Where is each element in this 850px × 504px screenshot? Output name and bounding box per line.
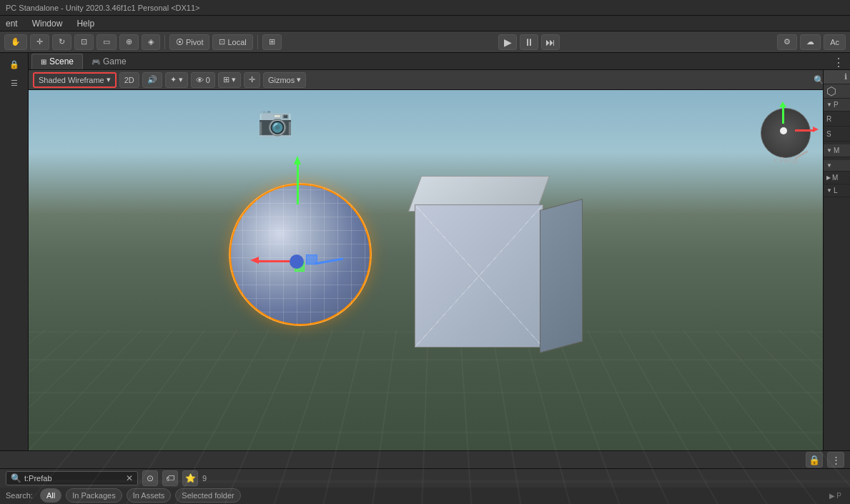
section-collapse-icon-3: ▼ <box>826 162 832 169</box>
info-icon[interactable]: ℹ <box>844 72 847 81</box>
bottom-panel: 🔒 ⋮ 🔍 ✕ ⊙ 🏷 ⭐ 9 Search: All In Packages <box>0 450 850 504</box>
filter-type-icon: ⭐ <box>185 473 196 483</box>
search-clear-button[interactable]: ✕ <box>126 473 133 483</box>
lock-button[interactable]: 🔒 <box>4 56 25 73</box>
sphere-mesh <box>229 183 372 326</box>
audio-button[interactable]: 🔊 <box>142 72 162 88</box>
scene-viewport[interactable]: 📷 <box>29 90 850 504</box>
tab-scene[interactable]: ⊞ Scene <box>31 54 83 69</box>
grid-button[interactable]: ⊞ <box>262 34 282 50</box>
expand-icon-2: ▼ <box>826 187 832 194</box>
inspector-section-m2-label: M <box>832 174 838 182</box>
2d-button[interactable]: 2D <box>119 72 139 88</box>
gizmos-button[interactable]: ✛ <box>244 72 260 88</box>
gizmo-square-x <box>306 255 317 265</box>
effects-dropdown-icon: ▾ <box>179 75 183 84</box>
lock-icon: 🔒 <box>809 455 820 465</box>
section-collapse-icon: ▼ <box>826 102 832 108</box>
pause-button[interactable]: ⏸ <box>520 34 538 50</box>
filter-all-icon-button[interactable]: ⊙ <box>142 470 158 486</box>
cube-face-side <box>540 199 583 353</box>
rotate-tool-button[interactable]: ↻ <box>52 34 71 50</box>
hidden-objects-button[interactable]: 👁 0 <box>191 72 215 88</box>
panel-label-clipped: ▶ P <box>829 492 841 500</box>
gizmo-y-axis <box>297 162 299 204</box>
filter-all-icon: ⊙ <box>147 473 154 483</box>
persp-label: < Persp <box>757 157 814 164</box>
hidden-eye-icon: 👁 <box>196 76 204 84</box>
orientation-gizmo[interactable]: < Persp <box>757 104 814 162</box>
tab-game[interactable]: 🎮 Game <box>83 54 135 69</box>
inspector-section-s-label: S <box>826 130 831 138</box>
expand-icon: ▶ <box>826 174 831 181</box>
scene-tabs: ⊞ Scene 🎮 Game ⋮ <box>29 53 850 70</box>
scale-tool-button[interactable]: ⊡ <box>74 34 94 50</box>
account-button[interactable]: Ac <box>824 34 846 50</box>
scene-toolbar: Shaded Wireframe ▾ 2D 🔊 ✦ ▾ 👁 0 ⊞ ▾ <box>29 70 850 90</box>
gizmo-center <box>290 255 304 269</box>
title-bar: PC Standalone - Unity 2020.3.46f1c1 Pers… <box>0 0 850 16</box>
shading-mode-button[interactable]: Shaded Wireframe ▾ <box>33 72 117 88</box>
pivot-button[interactable]: ⦿ Pivot <box>169 34 209 50</box>
step-button[interactable]: ⏭ <box>541 34 560 50</box>
effects-icon: ✦ <box>170 75 177 84</box>
search-input-wrapper: 🔍 ✕ <box>6 471 138 485</box>
filter-label-button[interactable]: 🏷 <box>162 470 178 486</box>
search-filters: Search: All In Packages In Assets Select… <box>0 488 850 505</box>
toolbar-separator-2 <box>257 35 258 49</box>
tab-more-button[interactable]: ⋮ <box>830 56 847 69</box>
inspector-section-l-label: L <box>834 187 838 194</box>
scene-grid-button[interactable]: ⊞ ▾ <box>218 72 241 88</box>
cube-face-front <box>415 204 543 347</box>
search-input[interactable] <box>24 474 123 483</box>
inspector-3d-icon: ⬡ <box>826 84 836 98</box>
menu-item-window[interactable]: Window <box>29 17 66 30</box>
filter-label-icon: 🏷 <box>166 473 174 483</box>
inspector-panel: ℹ ⬡ ▼ P R S ▼ M ▼ ▶ M ▼ L <box>823 70 850 450</box>
filter-type-button[interactable]: ⭐ <box>182 470 198 486</box>
effects-button[interactable]: ✦ ▾ <box>165 72 188 88</box>
lock-icon-button[interactable]: 🔒 <box>806 452 823 468</box>
hand-tool-button[interactable]: ✋ <box>4 34 27 50</box>
section-collapse-icon-2: ▼ <box>826 147 832 154</box>
move-tool-button[interactable]: ✛ <box>30 34 49 50</box>
scene-tab-icon: ⊞ <box>41 58 46 66</box>
filter-in-assets-button[interactable]: In Assets <box>127 488 172 503</box>
main-toolbar: ✋ ✛ ↻ ⊡ ▭ ⊕ ◈ ⦿ Pivot ⊡ Local ⊞ ▶ ⏸ ⏭ ⚙ … <box>0 31 850 53</box>
toolbar-separator-1 <box>164 35 165 49</box>
sphere-object[interactable] <box>222 176 379 333</box>
custom-tool-button[interactable]: ◈ <box>142 34 160 50</box>
collab-button[interactable]: ⚙ <box>777 34 797 50</box>
shading-dropdown-icon: ▾ <box>107 75 111 84</box>
rect-tool-button[interactable]: ▭ <box>97 34 117 50</box>
menu-item-component[interactable]: ent <box>3 17 21 30</box>
snap-icon: ✛ <box>249 75 255 84</box>
transform-tool-button[interactable]: ⊕ <box>119 34 139 50</box>
filter-all-button[interactable]: All <box>40 488 61 503</box>
filter-count-badge: 9 <box>202 474 207 483</box>
grid-dropdown-icon: ▾ <box>232 75 236 84</box>
audio-icon: 🔊 <box>147 75 157 84</box>
main-content: 🔒 ☰ ⊞ Scene 🎮 Game ⋮ Shaded Wireframe ▾ … <box>0 53 850 504</box>
camera-icon: 📷 <box>257 104 293 138</box>
menu-icon-left[interactable]: ☰ <box>4 74 25 92</box>
filter-selected-folder-button[interactable]: Selected folder <box>175 488 240 503</box>
menu-item-help[interactable]: Help <box>74 17 97 30</box>
search-label: Search: <box>6 491 33 500</box>
cube-object <box>400 176 572 376</box>
search-bar: 🔍 ✕ ⊙ 🏷 ⭐ 9 <box>0 469 850 487</box>
gizmos-dropdown-icon: ▾ <box>297 75 301 84</box>
play-button[interactable]: ▶ <box>498 34 517 50</box>
gizmo-orient-x <box>795 129 813 132</box>
services-button[interactable]: ☁ <box>800 34 821 50</box>
more-options-button[interactable]: ⋮ <box>827 452 844 468</box>
game-tab-icon: 🎮 <box>92 58 100 66</box>
bottom-toolbar: 🔒 ⋮ <box>0 451 850 469</box>
menu-bar: ent Window Help <box>0 16 850 31</box>
gizmos-dropdown-button[interactable]: Gizmos ▾ <box>263 72 306 88</box>
gizmo-orient-center <box>780 127 787 134</box>
local-button[interactable]: ⊡ Local <box>212 34 252 50</box>
left-panel: 🔒 ☰ <box>0 53 29 504</box>
filter-in-packages-button[interactable]: In Packages <box>66 488 122 503</box>
local-icon: ⊡ <box>219 37 225 46</box>
